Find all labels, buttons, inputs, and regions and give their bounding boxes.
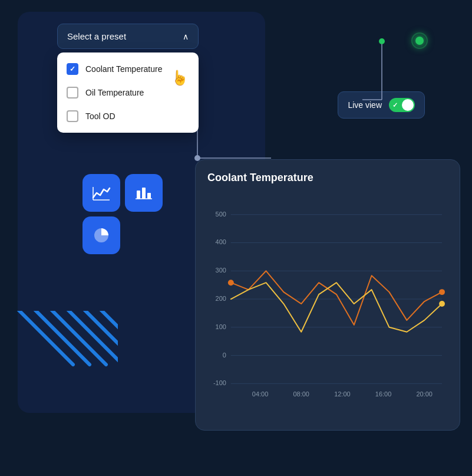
svg-text:16:00: 16:00 <box>375 390 391 398</box>
chart-buttons-row2 <box>82 216 163 254</box>
dropdown-item-oil-label: Oil Temperature <box>85 88 144 97</box>
svg-text:20:00: 20:00 <box>417 390 433 398</box>
live-view-label: Live view <box>348 100 382 110</box>
svg-rect-8 <box>147 193 151 199</box>
chart-buttons-row1 <box>82 174 163 212</box>
live-view-widget: Live view ✓ <box>338 91 425 119</box>
glow-dot <box>411 32 428 49</box>
chart-title: Coolant Temperature <box>207 172 448 184</box>
dropdown-item-tool[interactable]: Tool OD <box>57 104 199 128</box>
chevron-up-icon: ∧ <box>183 32 189 41</box>
svg-text:400: 400 <box>216 239 226 246</box>
dropdown-item-tool-label: Tool OD <box>85 111 115 121</box>
svg-text:100: 100 <box>216 323 226 330</box>
checkbox-tool[interactable] <box>67 110 78 122</box>
pie-chart-button[interactable] <box>82 216 120 254</box>
svg-point-5 <box>379 38 385 44</box>
line-chart-button[interactable] <box>82 174 120 212</box>
svg-point-29 <box>439 289 445 295</box>
stripes-decoration <box>0 311 118 429</box>
bar-chart-button[interactable] <box>125 174 163 212</box>
svg-text:-100: -100 <box>213 379 226 386</box>
cursor-hand: ☝ <box>171 70 189 86</box>
svg-text:300: 300 <box>216 267 226 274</box>
dropdown-header[interactable]: Select a preset ∧ <box>57 24 199 49</box>
chart-card: Coolant Temperature 500 400 300 200 100 … <box>195 159 460 431</box>
svg-text:08:00: 08:00 <box>293 390 309 398</box>
svg-rect-7 <box>142 188 146 199</box>
checkbox-oil[interactable] <box>67 87 78 99</box>
toggle-check-icon: ✓ <box>392 101 398 109</box>
dropdown-menu: Coolant Temperature Oil Temperature Tool… <box>57 52 199 133</box>
toggle-knob <box>402 99 414 111</box>
svg-point-30 <box>228 280 234 285</box>
svg-text:04:00: 04:00 <box>252 390 268 398</box>
svg-point-31 <box>439 301 445 307</box>
dropdown-header-label: Select a preset <box>67 31 126 41</box>
svg-text:12:00: 12:00 <box>334 390 350 398</box>
live-view-toggle[interactable]: ✓ <box>389 98 415 112</box>
dropdown-item-coolant-label: Coolant Temperature <box>85 64 162 74</box>
glow-dot-inner <box>415 37 424 45</box>
svg-text:500: 500 <box>216 211 226 218</box>
svg-rect-6 <box>137 191 140 199</box>
chart-type-buttons <box>82 174 163 254</box>
checkbox-coolant[interactable] <box>67 63 78 75</box>
svg-text:0: 0 <box>223 352 226 359</box>
chart-svg: 500 400 300 200 100 0 -100 04:00 08:00 1… <box>207 193 448 418</box>
svg-text:200: 200 <box>216 295 226 302</box>
